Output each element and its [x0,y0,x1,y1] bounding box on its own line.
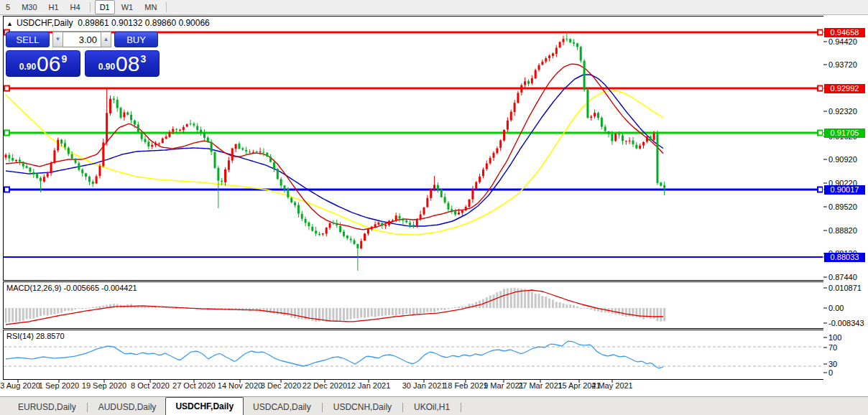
timeframe-button-h1[interactable]: H1 [44,0,64,14]
tab-separator [461,403,461,412]
price-tick-label: 0.89520 [828,202,857,211]
price-level-tag: 0.91705 [824,129,865,138]
bid-price-panel[interactable]: 0.90 06 9 [6,50,80,77]
macd-axis-label: 0.010871 [828,284,862,292]
date-tick-label: 12 Jan 2021 [347,381,391,390]
price-level-tag: 0.88033 [824,253,865,262]
macd-axis-label: -0.008343 [828,319,864,327]
date-tick-label: 4 May 2021 [591,381,632,390]
chart-tab-bar: EURUSD,DailyAUDUSD,DailyUSDCHF,DailyUSDC… [0,396,868,415]
date-tick-label: 30 Jan 2021 [402,381,446,390]
price-tick-label: 0.94420 [828,37,857,46]
macd-axis-label: 0.00 [828,304,844,312]
price-tick-label: 0.87440 [828,273,857,281]
ask-price-pips: 08 [116,53,139,75]
symbol-arrow-icon: ▲ [6,20,13,27]
chart-tab-usdchf[interactable]: USDCHF,Daily [165,397,244,415]
chart-tab-eurusd[interactable]: EURUSD,Daily [9,400,86,415]
timeframe-button-5[interactable]: 5 [1,0,15,14]
date-tick-label: 14 Nov 2020 [218,381,262,390]
chart-title: ▲USDCHF,Daily 0.89861 0.90132 0.89860 0.… [6,18,210,28]
date-tick-label: 8 Oct 2020 [131,381,170,390]
date-tick-label: 1 Sep 2020 [39,381,79,390]
rsi-axis-label: 30 [828,360,837,368]
date-tick-label: 27 Oct 2020 [172,381,216,390]
ask-price-point: 3 [140,53,146,65]
rsi-axis-label: 70 [828,343,837,352]
date-tick-label: 27 Mar 2021 [518,381,563,390]
chart-tab-usdcnh[interactable]: USDCNH,Daily [324,400,401,415]
tab-separator [87,403,88,412]
timeframe-button-d1[interactable]: D1 [95,0,115,14]
one-click-trade-panel: SELL ▼ ▲ BUY 0.90 06 9 0.90 08 3 [6,32,160,77]
bid-price-pips: 06 [37,53,60,75]
chart-ohlc-values: 0.89861 0.90132 0.89860 0.90066 [78,18,210,28]
toolbar-separator [166,2,167,12]
date-tick-label: 13 Aug 2020 [0,381,40,390]
chart-tab-audusd[interactable]: AUDUSD,Daily [89,400,166,415]
macd-indicator-label: MACD(12,26,9) -0.005665 -0.004421 [6,284,137,292]
ask-price-prefix: 0.90 [98,62,115,72]
date-tick-label: 19 Sep 2020 [82,381,126,390]
price-level-tag: 0.94658 [824,28,865,37]
timeframe-button-mn[interactable]: MN [139,0,162,14]
timeframe-toolbar: 5M30H1H4D1W1MN [0,0,868,15]
price-level-tag: 0.90017 [824,185,865,195]
price-level-tag: 0.92992 [824,84,865,93]
date-tick-label: 18 Feb 2021 [443,381,488,390]
date-tick-label: 3 Dec 2020 [261,381,301,390]
bid-price-prefix: 0.90 [19,62,36,72]
timeframe-button-h4[interactable]: H4 [65,0,86,14]
timeframe-button-m30[interactable]: M30 [17,0,42,14]
price-tick-label: 0.92320 [828,107,857,116]
ask-price-panel[interactable]: 0.90 08 3 [85,50,160,77]
sell-button[interactable]: SELL [6,32,50,47]
tab-separator [322,403,323,412]
buy-button[interactable]: BUY [114,32,158,47]
price-tick-label: 0.88820 [828,226,857,235]
bid-price-point: 9 [61,53,67,65]
chart-symbol-label: USDCHF,Daily [17,18,73,28]
toolbar-separator [90,2,91,12]
date-tick-label: 22 Dec 2020 [303,381,347,390]
chart-tab-ukoil[interactable]: UKOil,H1 [405,400,459,415]
rsi-axis-label: 0 [828,368,833,377]
volume-input[interactable] [63,32,101,47]
volume-decrease-button[interactable]: ▼ [52,32,63,47]
rsi-indicator-label: RSI(14) 28.8570 [6,332,65,340]
tab-separator [402,403,403,412]
chart-tab-usdcad[interactable]: USDCAD,Daily [244,400,320,415]
price-tick-label: 0.90920 [828,155,857,164]
chart-window: ▲USDCHF,Daily 0.89861 0.90132 0.89860 0.… [0,14,868,396]
mt-terminal-window: 5M30H1H4D1W1MN ▲USDCHF,Daily 0.89861 0.9… [0,0,868,415]
rsi-axis-label: 100 [828,333,841,342]
price-tick-label: 0.93720 [828,60,857,69]
timeframe-button-w1[interactable]: W1 [116,0,139,14]
volume-increase-button[interactable]: ▲ [101,32,111,47]
